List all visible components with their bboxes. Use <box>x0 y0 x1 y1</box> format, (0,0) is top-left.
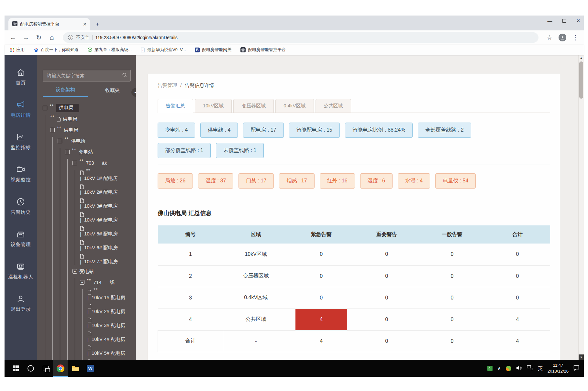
taskbar-clock[interactable]: 11:47 2018/12/26 <box>548 363 569 374</box>
start-button[interactable] <box>8 360 23 377</box>
bookmark-star-icon[interactable]: ☆ <box>546 34 553 41</box>
bookmark-gateway[interactable]: B配电房智能网关 <box>195 47 231 53</box>
stat-badge[interactable]: 配电房 : 17 <box>243 123 283 138</box>
word-taskbar-icon[interactable]: W <box>83 360 98 377</box>
back-icon[interactable]: ← <box>9 34 17 41</box>
bookmark-apps[interactable]: 应用 <box>10 47 25 53</box>
window-minimize-icon[interactable]: — <box>547 18 553 24</box>
info-icon[interactable]: i <box>68 35 73 40</box>
tree-node-label[interactable]: 10kV 2# 配电房 <box>92 309 125 315</box>
search-input[interactable] <box>47 73 122 78</box>
volume-icon[interactable] <box>516 365 522 372</box>
tab-area-transformer[interactable]: 变压器区域 <box>233 99 274 113</box>
bookmark-chapter9[interactable]: 第九章：模版高级... <box>88 47 132 53</box>
alarm-badge[interactable]: 烟感 : 17 <box>279 173 314 189</box>
search-icon[interactable] <box>122 72 127 79</box>
tree-leaf[interactable]: **|10kV 1# 配电房 <box>87 289 131 301</box>
tab-area-public[interactable]: 公共区域 <box>316 99 351 113</box>
security-label[interactable]: 不安全 <box>76 35 89 40</box>
forward-icon[interactable]: → <box>22 34 30 41</box>
collapse-icon[interactable]: − <box>72 269 77 274</box>
tree-node-label[interactable]: 10kV 6# 配电房 <box>84 245 118 251</box>
scrollbar[interactable]: ▲ ▼ <box>578 55 584 360</box>
antivirus-tray-icon[interactable] <box>506 366 511 371</box>
tree-node-label[interactable]: 10kV 5# 配电房 <box>84 231 118 237</box>
tree-node-label[interactable]: 10kV 5# 配电房 <box>92 350 125 356</box>
profile-avatar[interactable] <box>559 34 566 41</box>
cortana-button[interactable] <box>23 360 38 377</box>
tree-leaf[interactable]: **供电局 <box>50 115 131 123</box>
alarm-badge[interactable]: 门禁 : 17 <box>239 173 274 189</box>
tree-node-label[interactable]: 供电所 <box>71 138 86 144</box>
collapse-icon[interactable]: − <box>80 280 84 285</box>
tree-node-label[interactable]: 供电局 <box>63 116 77 122</box>
tab-area-10kv[interactable]: 10kV区域 <box>195 99 232 113</box>
tab-alarm-summary[interactable]: 告警汇总 <box>158 99 193 113</box>
alarm-badge[interactable]: 局放 : 26 <box>158 173 193 189</box>
collapse-icon[interactable]: − <box>43 106 47 110</box>
stat-badge[interactable]: 全部覆盖线路 : 2 <box>418 123 471 138</box>
panel-collapse-button[interactable]: ◀ <box>131 88 136 97</box>
tree-leaf[interactable]: |10kV 5# 配电房 <box>87 345 131 356</box>
sidebar-item-alarm-history[interactable]: 告警历史 <box>5 193 37 225</box>
chrome-taskbar-icon[interactable] <box>53 360 68 377</box>
sidebar-item-monitor-metrics[interactable]: 监控指标 <box>5 128 37 160</box>
tray-expand-icon[interactable]: ∧ <box>497 365 501 371</box>
collapse-icon[interactable]: − <box>58 139 62 143</box>
bookmark-platform[interactable]: 配电房智能管控平台 <box>240 47 286 53</box>
alarm-badge[interactable]: 水浸 : 4 <box>398 173 430 189</box>
tree-leaf[interactable]: |10kV 3# 配电房 <box>87 317 131 329</box>
tree-tab-device-structure[interactable]: 设备架构 <box>43 87 88 97</box>
alarm-badge[interactable]: 温度 : 37 <box>198 173 233 189</box>
sidebar-item-video-monitor[interactable]: 视频监控 <box>5 160 37 193</box>
stat-badge[interactable]: 部分覆盖线路 : 1 <box>158 143 211 158</box>
tree-node-label[interactable]: 变电站 <box>79 149 93 155</box>
tree-node-label[interactable]: 10kV 1# 配电房 <box>92 295 125 301</box>
sidebar-item-inspection-robot[interactable]: 巡检机器人 <box>5 257 37 290</box>
tree-node-label[interactable]: 714 线 <box>94 279 115 286</box>
stat-badge[interactable]: 变电站 : 4 <box>158 123 195 138</box>
tree-node-label[interactable]: 10kV 4# 配电房 <box>92 336 125 342</box>
collapse-icon[interactable]: − <box>65 150 70 154</box>
tree-branch[interactable]: −**变电站 <box>65 148 131 156</box>
alarm-badge[interactable]: 电量仪 : 54 <box>435 173 476 189</box>
breadcrumb-parent[interactable]: 告警管理 <box>158 82 177 89</box>
tree-search-box[interactable] <box>43 70 131 81</box>
input-language-indicator[interactable]: 英 <box>538 365 543 372</box>
url-text[interactable]: 119.23.58.97:8080/a?login#/alarmDetails <box>95 35 178 40</box>
tree-branch[interactable]: −**714 线 <box>80 278 131 287</box>
new-tab-button[interactable]: + <box>93 19 102 29</box>
bookmark-baidu[interactable]: 百度一下，你就知道 <box>34 47 79 53</box>
tree-node-label[interactable]: 10kV 4# 配电房 <box>84 217 118 223</box>
collapse-icon[interactable]: − <box>72 161 77 165</box>
sidebar-item-room-details[interactable]: 电房详情 <box>5 96 37 128</box>
file-explorer-icon[interactable] <box>68 360 83 377</box>
usb-tray-icon[interactable] <box>487 366 493 371</box>
collapse-icon[interactable]: − <box>50 128 55 132</box>
tree-leaf[interactable]: |10kV 2# 配电房 <box>87 303 131 315</box>
scroll-up-icon[interactable]: ▲ <box>579 55 584 60</box>
tab-area-04kv[interactable]: 0.4kV区域 <box>275 99 314 113</box>
sidebar-item-home[interactable]: 首页 <box>5 63 37 96</box>
tree-leaf[interactable]: |10kV 2# 配电房 <box>80 184 131 195</box>
bookmark-huawei-box[interactable]: z最新华为悦盒V9_V... <box>141 47 186 53</box>
alarm-badge[interactable]: 湿度 : 6 <box>360 173 393 189</box>
task-view-button[interactable] <box>38 360 53 377</box>
browser-tab[interactable]: 配电房智能管控平台 ✕ <box>8 18 90 30</box>
tree-branch[interactable]: −**供电局 <box>43 104 131 112</box>
tree-tab-favorites[interactable]: 收藏夹 <box>104 87 121 97</box>
tree-node-label[interactable]: 10kV 3# 配电房 <box>92 322 125 329</box>
tab-close-icon[interactable]: ✕ <box>83 22 87 27</box>
tree-leaf[interactable]: **|10kV 1# 配电房 <box>80 170 131 181</box>
tree-leaf[interactable]: |10kV 4# 配电房 <box>87 331 131 342</box>
home-icon[interactable]: ⌂ <box>48 33 56 42</box>
stat-badge[interactable]: 智能配电房 : 15 <box>289 123 340 138</box>
tree-node-label[interactable]: 10kV 1# 配电房 <box>84 175 118 181</box>
window-maximize-icon[interactable] <box>561 18 567 24</box>
tree-node-label[interactable]: 10kV 3# 配电房 <box>84 203 118 209</box>
tree-node-label[interactable]: 10kV 7# 配电房 <box>84 259 118 265</box>
tree-leaf[interactable]: |10kV 6# 配电房 <box>80 239 131 251</box>
tree-branch[interactable]: −**供电局 <box>50 126 131 134</box>
tree-branch[interactable]: −**703 线 <box>72 159 131 167</box>
network-icon[interactable] <box>527 365 533 372</box>
